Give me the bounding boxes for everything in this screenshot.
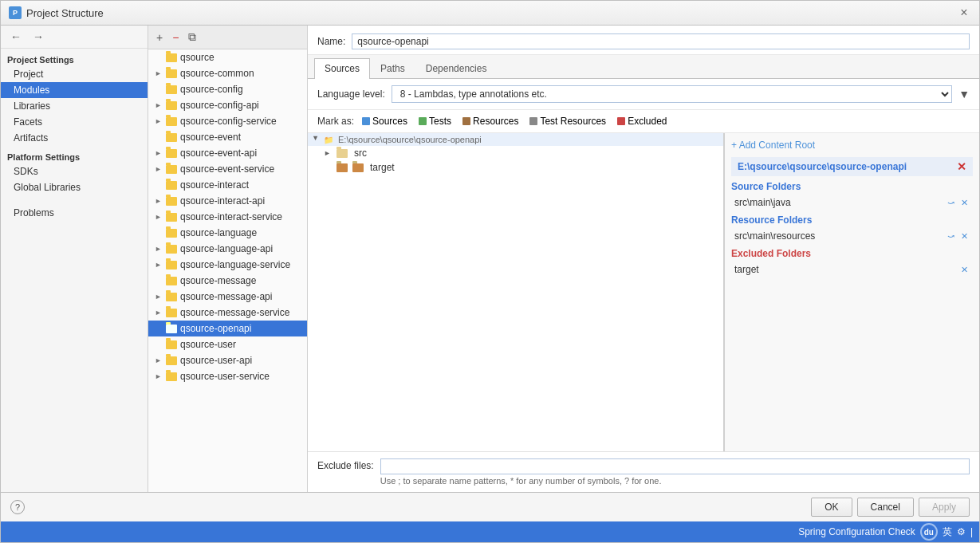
folder-icon — [166, 181, 177, 190]
module-item-qsource-language-api[interactable]: ► qsource-language-api — [148, 241, 307, 257]
module-item-qsource-user[interactable]: qsource-user — [148, 336, 307, 352]
chevron-icon: ► — [155, 213, 163, 221]
source-folder-remove-button[interactable]: ✕ — [959, 198, 970, 208]
module-item-qsource[interactable]: qsource — [148, 49, 307, 65]
module-item-qsource-event-api[interactable]: ► qsource-event-api — [148, 145, 307, 161]
add-content-root-button[interactable]: + Add Content Root — [731, 140, 973, 151]
remove-module-button[interactable]: − — [169, 30, 182, 45]
sidebar-item-libraries[interactable]: Libraries — [1, 98, 148, 114]
sidebar-item-artifacts[interactable]: Artifacts — [1, 130, 148, 146]
module-item-qsource-interact[interactable]: qsource-interact — [148, 177, 307, 193]
du-button[interactable]: du — [920, 523, 938, 541]
sidebar-item-modules[interactable]: Modules — [1, 82, 148, 98]
module-item-qsource-message[interactable]: qsource-message — [148, 273, 307, 289]
mark-badge-test-resources[interactable]: Test Resources — [526, 115, 609, 128]
module-item-qsource-interact-api[interactable]: ► qsource-interact-api — [148, 193, 307, 209]
module-item-qsource-config[interactable]: qsource-config — [148, 81, 307, 97]
sidebar: ← → Project Settings Project Modules Lib… — [1, 26, 148, 492]
content-root-close-button[interactable]: ✕ — [957, 160, 966, 173]
test-resources-color-dot — [529, 117, 537, 125]
sidebar-item-sdks[interactable]: SDKs — [1, 163, 148, 179]
resource-folder-remove-button[interactable]: ✕ — [959, 231, 970, 242]
copy-module-button[interactable]: ⧉ — [185, 29, 199, 45]
sources-color-dot — [362, 117, 370, 125]
sidebar-item-global-libraries[interactable]: Global Libraries — [1, 179, 148, 195]
apply-button[interactable]: Apply — [919, 498, 970, 517]
tree-expand-icon: ► — [312, 135, 320, 144]
module-item-qsource-language-service[interactable]: ► qsource-language-service — [148, 257, 307, 273]
mark-badge-sources[interactable]: Sources — [359, 115, 411, 128]
chevron-icon: ► — [155, 245, 163, 253]
module-item-qsource-language[interactable]: qsource-language — [148, 225, 307, 241]
exclude-files-input[interactable] — [380, 458, 970, 474]
chevron-icon: ► — [155, 149, 163, 157]
module-item-qsource-config-api[interactable]: ► qsource-config-api — [148, 97, 307, 113]
status-bar: Spring Configuration Check du 英 ⚙ | — [1, 521, 979, 542]
title-bar: P Project Structure × — [1, 1, 979, 26]
target-folder-icon2 — [352, 163, 364, 172]
name-input[interactable] — [352, 33, 970, 49]
tree-item-src[interactable]: ► src — [308, 146, 723, 160]
source-folder-edit-button[interactable]: ⤻ — [946, 198, 956, 208]
source-folder-actions: ⤻ ✕ — [946, 198, 970, 208]
chevron-icon: ► — [155, 309, 163, 317]
module-item-qsource-message-service[interactable]: ► qsource-message-service — [148, 305, 307, 321]
right-panel: Name: Sources Paths Dependencies Languag… — [308, 26, 979, 492]
project-settings-label: Project Settings — [1, 49, 148, 66]
content-root-path-header: E:\qsource\qsource\qsource-openapi ✕ — [731, 157, 973, 176]
tab-sources[interactable]: Sources — [314, 58, 370, 79]
excluded-folder-entry-0: target ✕ — [731, 262, 973, 277]
dialog-title: Project Structure — [26, 7, 104, 19]
settings-status[interactable]: ⚙ — [957, 526, 966, 537]
ok-button[interactable]: OK — [811, 498, 852, 517]
folder-icon — [166, 213, 177, 222]
folder-icon — [166, 245, 177, 254]
excluded-color-dot — [617, 117, 625, 125]
mark-as-label: Mark as: — [317, 116, 354, 127]
resource-folder-edit-button[interactable]: ⤻ — [946, 231, 956, 242]
module-item-qsource-user-api[interactable]: ► qsource-user-api — [148, 352, 307, 368]
module-item-qsource-common[interactable]: ► qsource-common — [148, 65, 307, 81]
chevron-icon: ► — [155, 356, 163, 364]
cancel-button[interactable]: Cancel — [857, 498, 914, 517]
mark-badge-excluded[interactable]: Excluded — [614, 115, 670, 128]
tab-paths[interactable]: Paths — [370, 58, 415, 78]
resource-folder-actions: ⤻ ✕ — [946, 231, 970, 242]
back-button[interactable]: ← — [7, 29, 25, 45]
chevron-icon: ► — [155, 372, 163, 380]
exclude-hint: Use ; to separate name patterns, * for a… — [380, 476, 970, 486]
resource-folder-entry-0: src\main\resources ⤻ ✕ — [731, 229, 973, 243]
mark-badge-resources-label: Resources — [473, 116, 518, 127]
forward-button[interactable]: → — [30, 29, 47, 45]
path-icon: 📁 — [324, 136, 333, 144]
close-button[interactable]: × — [957, 6, 971, 20]
two-col: ► 📁 E:\qsource\qsource\qsource-openapi ►… — [308, 133, 979, 451]
target-label: target — [370, 162, 395, 173]
add-module-button[interactable]: + — [153, 30, 166, 45]
module-item-qsource-message-api[interactable]: ► qsource-message-api — [148, 289, 307, 305]
module-item-qsource-config-service[interactable]: ► qsource-config-service — [148, 113, 307, 129]
folder-icon — [166, 165, 177, 174]
module-item-qsource-event[interactable]: qsource-event — [148, 129, 307, 145]
lang-status[interactable]: 英 — [943, 525, 952, 539]
sidebar-item-project[interactable]: Project — [1, 66, 148, 82]
tree-item-target[interactable]: target — [308, 160, 723, 175]
chevron-icon: ► — [155, 165, 163, 173]
sidebar-item-facets[interactable]: Facets — [1, 114, 148, 130]
module-item-qsource-interact-service[interactable]: ► qsource-interact-service — [148, 209, 307, 225]
module-item-qsource-user-service[interactable]: ► qsource-user-service — [148, 368, 307, 384]
tab-dependencies[interactable]: Dependencies — [415, 58, 498, 78]
module-list: + − ⧉ qsource ► qsource-common — [148, 26, 308, 492]
bottom-bar: ? OK Cancel Apply — [1, 492, 979, 521]
module-item-qsource-openapi[interactable]: qsource-openapi — [148, 321, 307, 336]
mark-badge-tests[interactable]: Tests — [415, 115, 455, 128]
excluded-folder-remove-button[interactable]: ✕ — [959, 265, 970, 275]
dropdown-icon[interactable]: ▼ — [958, 88, 970, 100]
tree-root-item[interactable]: ► 📁 E:\qsource\qsource\qsource-openapi — [308, 133, 723, 146]
help-button[interactable]: ? — [10, 500, 25, 514]
module-item-qsource-event-service[interactable]: ► qsource-event-service — [148, 161, 307, 177]
sidebar-item-problems[interactable]: Problems — [1, 205, 148, 221]
language-level-select[interactable]: 8 - Lambdas, type annotations etc. — [392, 85, 952, 103]
mark-badge-resources[interactable]: Resources — [459, 115, 521, 128]
folder-icon — [166, 229, 177, 238]
